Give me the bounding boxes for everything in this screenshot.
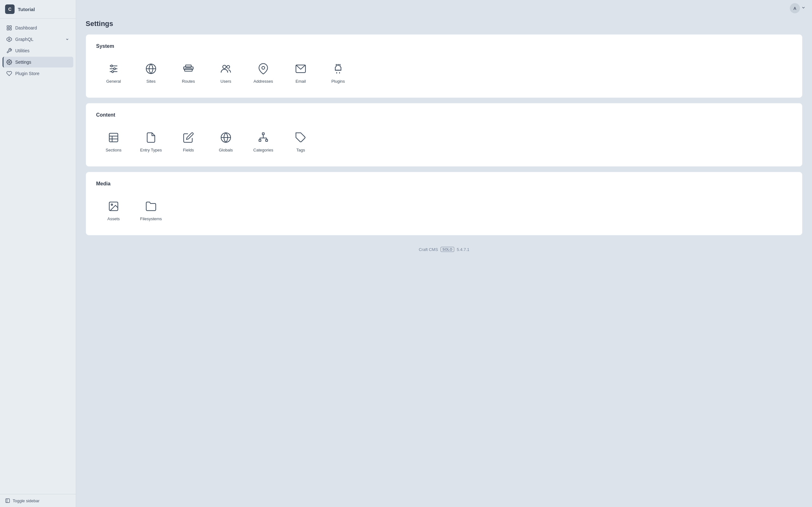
svg-point-13 [113,68,115,70]
globals-icon [219,130,233,145]
media-section-card: Media Assets [86,172,803,235]
svg-point-21 [227,66,230,68]
content-settings-grid: Sections Entry Types [96,125,792,158]
media-section-title: Media [96,181,792,187]
graphql-icon [6,37,12,42]
svg-rect-1 [10,26,11,27]
chevron-down-icon [801,5,806,11]
addresses-label: Addresses [253,79,273,83]
media-settings-grid: Assets Filesystems [96,194,792,226]
sidebar-item-settings-label: Settings [15,60,69,65]
svg-point-14 [112,71,113,72]
fields-label: Fields [183,148,194,153]
sidebar-item-utilities-label: Utilities [15,48,69,53]
sites-item[interactable]: Sites [134,57,168,89]
content-section-title: Content [96,112,792,118]
sites-icon [144,62,158,76]
svg-marker-4 [7,37,12,42]
svg-rect-2 [7,29,9,30]
content-area: Settings System General Sites [76,16,812,507]
assets-item[interactable]: Assets [96,194,131,226]
system-section-title: System [96,43,792,49]
system-settings-grid: General Sites Routes [96,57,792,89]
toggle-sidebar-button[interactable]: Toggle sidebar [0,494,76,507]
svg-rect-0 [7,26,9,27]
main-content: A Settings System General [76,0,812,507]
general-label: General [106,79,121,83]
svg-rect-38 [266,139,268,141]
app-logo: C [5,4,14,14]
fields-item[interactable]: Fields [171,125,206,158]
email-label: Email [296,79,306,83]
plugins-label: Plugins [332,79,345,83]
avatar: A [790,3,800,13]
plugins-icon [331,62,345,76]
version-label: 5.4.7.1 [457,247,469,252]
sites-label: Sites [147,79,156,83]
entry-types-label: Entry Types [140,148,162,153]
svg-rect-18 [186,65,191,67]
svg-rect-3 [10,29,11,30]
sidebar-item-plugin-store[interactable]: Plugin Store [3,68,73,79]
users-item[interactable]: Users [208,57,243,89]
routes-item[interactable]: Routes [171,57,206,89]
page-title: Settings [86,20,803,28]
addresses-icon [256,62,270,76]
svg-point-20 [223,65,226,69]
plugin-store-icon [6,71,12,76]
toggle-sidebar-label: Toggle sidebar [13,498,40,503]
svg-point-22 [262,66,265,69]
email-icon [294,62,308,76]
categories-label: Categories [253,148,273,153]
footer-bar: Craft CMS SOLO 5.4.7.1 [86,240,803,258]
plugins-item[interactable]: Plugins [321,57,356,89]
routes-icon [182,62,195,76]
filesystems-label: Filesystems [140,216,162,221]
entry-types-item[interactable]: Entry Types [134,125,168,158]
sidebar-item-utilities[interactable]: Utilities [3,45,73,56]
sections-label: Sections [106,148,121,153]
svg-point-6 [9,61,10,63]
sections-icon [107,130,120,145]
tags-item[interactable]: Tags [283,125,318,158]
fields-icon [182,130,195,145]
user-menu[interactable]: A [790,3,806,13]
topbar: A [76,0,812,16]
settings-icon [6,59,12,65]
users-label: Users [220,79,231,83]
globals-label: Globals [219,148,233,153]
sections-item[interactable]: Sections [96,125,131,158]
sidebar-item-graphql-label: GraphQL [15,37,62,42]
sidebar-nav: Dashboard GraphQL Utilities [0,19,76,494]
svg-point-45 [111,204,113,206]
routes-label: Routes [182,79,195,83]
sidebar-item-settings[interactable]: Settings [3,57,73,67]
filesystems-icon [144,199,158,213]
categories-icon [256,130,270,145]
sidebar-item-graphql[interactable]: GraphQL [3,34,73,45]
sidebar-item-dashboard[interactable]: Dashboard [3,22,73,33]
tags-icon [294,130,308,145]
dashboard-icon [6,25,12,31]
addresses-item[interactable]: Addresses [246,57,281,89]
users-icon [219,62,233,76]
email-item[interactable]: Email [283,57,318,89]
chevron-down-icon [65,37,69,42]
sidebar-item-plugin-store-label: Plugin Store [15,71,69,76]
tags-label: Tags [296,148,305,153]
solo-badge: SOLO [441,247,454,252]
system-section-card: System General Sites [86,34,803,98]
general-icon [107,62,120,76]
svg-rect-36 [262,133,264,135]
svg-rect-30 [109,133,118,142]
categories-item[interactable]: Categories [246,125,281,158]
svg-rect-7 [6,499,9,503]
sidebar-header: C Tutorial [0,0,76,19]
svg-rect-19 [185,69,192,71]
filesystems-item[interactable]: Filesystems [134,194,168,226]
app-title: Tutorial [18,7,35,12]
sidebar: C Tutorial Dashboard GraphQL [0,0,76,507]
globals-item[interactable]: Globals [208,125,243,158]
general-item[interactable]: General [96,57,131,89]
svg-rect-37 [259,139,261,141]
